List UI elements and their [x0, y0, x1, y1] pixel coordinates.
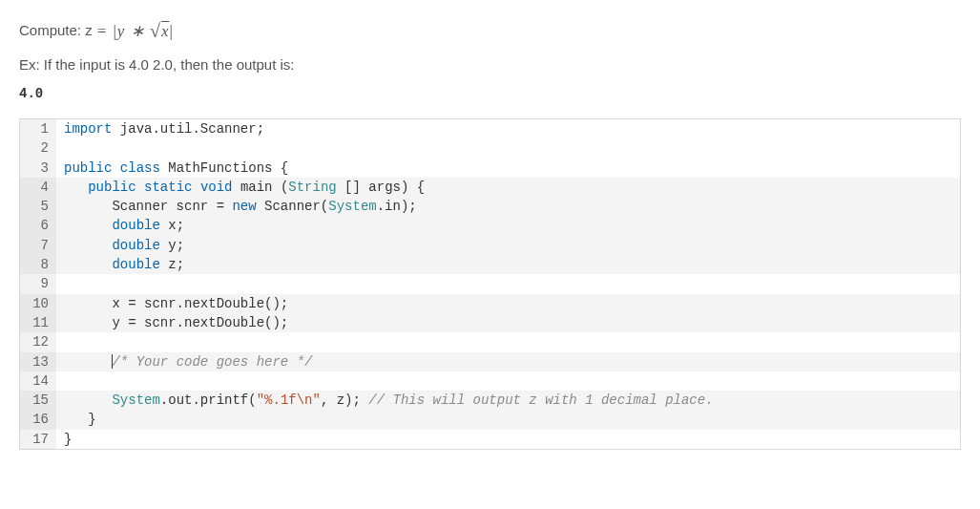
- code-line: 4 public static void main (String [] arg…: [20, 178, 960, 197]
- code-content: }: [56, 410, 960, 429]
- code-content: import java.util.Scanner;: [56, 119, 960, 138]
- instruction-line: Compute: z = |y ∗ √x|: [19, 19, 961, 41]
- line-number: 14: [20, 371, 56, 391]
- example-output: 4.0: [19, 86, 961, 101]
- line-number: 17: [20, 430, 56, 449]
- instruction-text: Compute: z: [19, 22, 93, 38]
- code-line: 14: [20, 371, 960, 391]
- code-line: 16 }: [20, 410, 960, 429]
- code-content: [56, 138, 960, 158]
- code-line: 9: [20, 274, 960, 293]
- code-content: System.out.printf("%.1f\n", z); // This …: [56, 391, 960, 410]
- code-line: 12: [20, 332, 960, 351]
- code-content: public class MathFunctions {: [56, 159, 960, 178]
- line-number: 12: [20, 332, 56, 351]
- code-content: y = scnr.nextDouble();: [56, 313, 960, 332]
- code-line: 10 x = scnr.nextDouble();: [20, 294, 960, 313]
- line-number: 4: [20, 178, 56, 197]
- code-content: x = scnr.nextDouble();: [56, 294, 960, 313]
- code-content: public static void main (String [] args)…: [56, 178, 960, 197]
- code-line: 1import java.util.Scanner;: [20, 119, 960, 138]
- code-line: 17}: [20, 430, 960, 449]
- line-number: 7: [20, 236, 56, 255]
- code-line: 7 double y;: [20, 236, 960, 255]
- code-line: 2: [20, 138, 960, 158]
- line-number: 3: [20, 159, 56, 178]
- code-content: Scanner scnr = new Scanner(System.in);: [56, 197, 960, 216]
- code-line: 5 Scanner scnr = new Scanner(System.in);: [20, 197, 960, 216]
- line-number: 1: [20, 119, 56, 138]
- code-content[interactable]: /* Your code goes here */: [56, 352, 960, 371]
- code-content: }: [56, 430, 960, 449]
- code-line: 11 y = scnr.nextDouble();: [20, 313, 960, 332]
- code-line: 8 double z;: [20, 255, 960, 274]
- line-number: 13: [20, 352, 56, 371]
- code-line: 13 /* Your code goes here */: [20, 352, 960, 371]
- code-content: double x;: [56, 216, 960, 235]
- line-number: 6: [20, 216, 56, 235]
- line-number: 15: [20, 391, 56, 410]
- line-number: 2: [20, 138, 56, 158]
- line-number: 8: [20, 255, 56, 274]
- line-number: 11: [20, 313, 56, 332]
- code-line: 3public class MathFunctions {: [20, 159, 960, 178]
- code-content: double z;: [56, 255, 960, 274]
- example-description: Ex: If the input is 4.0 2.0, then the ou…: [19, 56, 961, 73]
- line-number: 5: [20, 197, 56, 216]
- line-number: 16: [20, 410, 56, 429]
- code-line: 15 System.out.printf("%.1f\n", z); // Th…: [20, 391, 960, 410]
- code-content: [56, 274, 960, 293]
- math-expression: = |y ∗ √x|: [96, 19, 174, 41]
- line-number: 10: [20, 294, 56, 313]
- code-content: double y;: [56, 236, 960, 255]
- code-content: [56, 332, 960, 351]
- code-editor[interactable]: 1import java.util.Scanner;2 3public clas…: [19, 118, 961, 450]
- code-content: [56, 371, 960, 391]
- code-line: 6 double x;: [20, 216, 960, 235]
- line-number: 9: [20, 274, 56, 293]
